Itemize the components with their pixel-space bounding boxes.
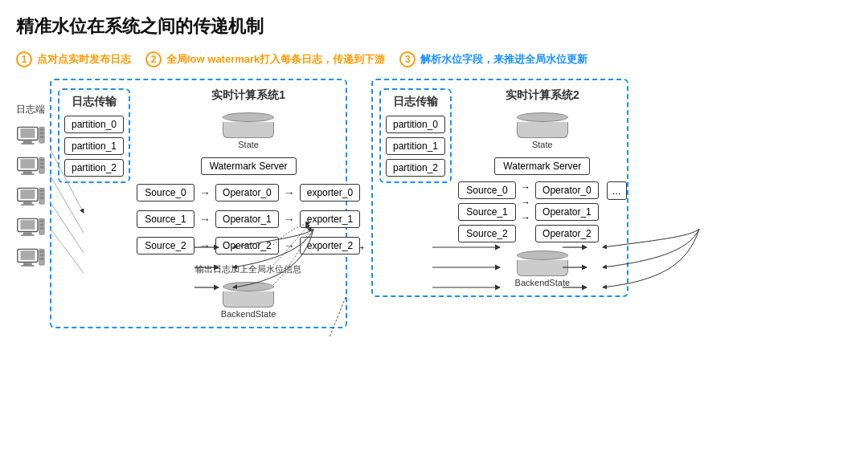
operator-1: Operator_1 [215, 210, 279, 228]
svg-rect-19 [21, 204, 34, 206]
backend-label-1: BackendState [221, 309, 276, 319]
ellipsis-col: ... [607, 181, 627, 200]
backend-body-2 [517, 260, 568, 276]
arrow-o0-e0: → [284, 186, 295, 199]
backend-top-2 [517, 250, 568, 260]
backend-state-2: BackendState [515, 250, 571, 287]
state-row: State [223, 112, 274, 149]
state-cylinder: State [223, 112, 274, 149]
svg-rect-29 [40, 220, 44, 222]
step1: 1 点对点实时发布日志 [16, 51, 131, 67]
sys2-compute: 实时计算系统2 State Watermark Server [458, 88, 627, 287]
step2-text: 全局low watermark打入每条日志，传递到下游 [166, 52, 385, 67]
backend-top-1 [223, 282, 274, 291]
state-row-2: State [517, 112, 568, 149]
cylinder-body [223, 122, 274, 138]
exporter-0: exporter_0 [300, 184, 360, 202]
exporter-2: exporter_2 [300, 237, 360, 255]
partition-1: partition_1 [64, 137, 124, 155]
svg-rect-21 [40, 189, 44, 192]
log-transport-title: 日志传输 [64, 95, 124, 109]
svg-rect-3 [21, 143, 34, 145]
partition-col: partition_0 partition_1 partition_2 [64, 116, 124, 177]
arrow-s2-o2: → [199, 239, 211, 252]
step1-circle: 1 [16, 51, 32, 67]
svg-rect-10 [23, 171, 32, 173]
partition-0: partition_0 [64, 116, 124, 133]
step3-circle: 3 [399, 51, 416, 67]
svg-rect-6 [40, 132, 44, 135]
sys2-flow: Source_0 Source_1 Source_2 → → → Operato… [458, 181, 627, 242]
source-0: Source_0 [137, 184, 194, 202]
svg-rect-14 [40, 163, 44, 165]
source-1: Source_1 [137, 210, 194, 228]
arr1: → [521, 181, 530, 193]
partition-1-2: partition_1 [386, 137, 445, 155]
main-title: 精准水位在系统之间的传递机制 [16, 14, 852, 39]
svg-rect-37 [40, 250, 44, 253]
system2-outer-box: 日志传输 partition_0 partition_1 partition_2… [371, 79, 628, 297]
sys1-compute: 实时计算系统1 State Watermark Server [137, 88, 360, 319]
svg-rect-27 [21, 234, 34, 236]
flow-row-0: Source_0 → Operator_0 → exporter_0 [137, 184, 360, 202]
source2-0: Source_0 [458, 181, 516, 199]
operator2-2: Operator_2 [535, 225, 599, 242]
backend-label-2: BackendState [515, 278, 571, 287]
step2-circle: 2 [145, 51, 162, 67]
svg-rect-7 [40, 136, 44, 138]
partition-2: partition_2 [64, 159, 124, 177]
wm-server-row: Watermark Server [201, 157, 297, 175]
svg-rect-9 [20, 159, 35, 169]
log-source-section: 日志端 [16, 79, 45, 272]
operator-col-2: Operator_0 Operator_1 Operator_2 [535, 181, 599, 242]
source-2: Source_2 [137, 237, 194, 255]
svg-rect-33 [20, 250, 35, 260]
computer-icon-5 [16, 247, 45, 270]
svg-rect-30 [40, 224, 44, 226]
computer-icon-2 [16, 156, 45, 178]
log-transport-title-2: 日志传输 [386, 95, 445, 109]
computer-icon-1 [16, 125, 45, 148]
source2-1: Source_1 [458, 203, 516, 221]
svg-rect-38 [40, 255, 44, 257]
arrow-s0-o0: → [199, 186, 211, 199]
svg-rect-17 [20, 189, 35, 199]
svg-rect-2 [23, 140, 32, 143]
step1-text: 点对点实时发布日志 [37, 52, 131, 67]
svg-rect-5 [40, 128, 44, 131]
operator2-0: Operator_0 [535, 181, 599, 199]
arrow-o1-e1: → [284, 213, 295, 226]
step2: 2 全局low watermark打入每条日志，传递到下游 [145, 51, 385, 67]
watermark-server-2: Watermark Server [494, 157, 590, 175]
step3-text: 解析水位字段，来推进全局水位更新 [420, 52, 588, 67]
flow-row-1: Source_1 → Operator_1 → exporter_1 [137, 210, 360, 228]
computer-4 [16, 217, 45, 239]
operator2-1: Operator_1 [535, 203, 599, 221]
operator-2: Operator_2 [215, 237, 279, 255]
source-col-2: Source_0 Source_1 Source_2 [458, 181, 516, 242]
computer-5 [16, 247, 45, 270]
system1-outer-box: 日志传输 partition_0 partition_1 partition_2… [50, 79, 347, 328]
computer-1 [16, 125, 45, 148]
arrow-o2-e2: → [284, 239, 295, 252]
computer-icon-3 [16, 186, 45, 209]
computer-icon-4 [16, 217, 45, 239]
svg-rect-35 [21, 265, 34, 267]
page: 精准水位在系统之间的传递机制 1 点对点实时发布日志 2 全局low water… [0, 0, 868, 452]
sys2-title: 实时计算系统2 [506, 88, 579, 103]
svg-rect-22 [40, 193, 44, 196]
log-transport-box: 日志传输 partition_0 partition_1 partition_2 [58, 88, 130, 183]
output-label: 输出日志加上全局水位信息 [195, 263, 301, 275]
log-transport-box-2: 日志传输 partition_0 partition_1 partition_2 [379, 88, 452, 183]
watermark-server-1: Watermark Server [201, 157, 297, 175]
state-cylinder-2: State [517, 112, 568, 149]
state-label-2: State [532, 140, 553, 149]
svg-rect-39 [40, 258, 44, 260]
diagram-area: 日志端 [16, 79, 852, 328]
svg-rect-25 [20, 220, 35, 230]
log-source-label: 日志端 [16, 103, 45, 116]
operator-0: Operator_0 [215, 184, 279, 202]
step3: 3 解析水位字段，来推进全局水位更新 [399, 51, 588, 67]
arr3: → [521, 212, 530, 223]
backend-body-1 [223, 291, 274, 307]
